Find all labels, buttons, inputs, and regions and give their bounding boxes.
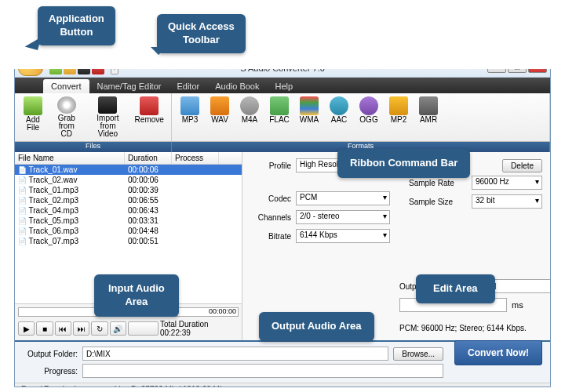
- grab-cd-button[interactable]: Grabfrom CD: [48, 95, 86, 140]
- cd-icon: [57, 96, 76, 114]
- plus-icon: [24, 96, 42, 115]
- file-row[interactable]: Track_02.mp300:06:55: [15, 195, 242, 205]
- channels-select[interactable]: 2/0 - stereo: [296, 210, 390, 224]
- output-audio-area: Output Folder: Browse... Progress: Conve…: [15, 340, 550, 383]
- file-row[interactable]: Track_01.wav00:00:06: [15, 165, 242, 175]
- callout-app-button: ApplicationButton: [38, 6, 115, 45]
- format-wav-button[interactable]: WAV: [205, 95, 235, 140]
- col-process[interactable]: Process: [172, 152, 219, 164]
- callout-quick-access: Quick AccessToolbar: [157, 14, 246, 53]
- tab-strip: Convert Name/Tag Editor Editor Audio Boo…: [15, 78, 550, 93]
- col-filename[interactable]: File Name: [15, 152, 125, 164]
- file-row[interactable]: Track_06.mp300:04:48: [15, 226, 242, 236]
- format-aac-button[interactable]: AAC: [324, 95, 354, 140]
- format-flac-button[interactable]: FLAC: [264, 95, 294, 140]
- ribbon-bar: AddFile Grabfrom CD Importfrom Video Rem…: [15, 93, 550, 142]
- format-ogg-button[interactable]: OGG: [354, 95, 384, 140]
- prev-button[interactable]: ⏮: [55, 321, 71, 336]
- tab-name-tag-editor[interactable]: Name/Tag Editor: [89, 79, 170, 93]
- callout-ribbon: Ribbon Command Bar: [337, 149, 470, 178]
- tab-help[interactable]: Help: [267, 79, 301, 93]
- status-bar: Free / Required space on drive D: 25726 …: [15, 383, 550, 387]
- format-m4a-button[interactable]: M4A: [235, 95, 264, 140]
- callout-input-area: Input AudioArea: [94, 274, 179, 317]
- volume-slider[interactable]: [128, 321, 159, 336]
- convert-now-button[interactable]: Convert Now!: [454, 340, 542, 365]
- progress-bar: [82, 364, 443, 378]
- play-button[interactable]: ▶: [18, 321, 35, 336]
- file-row[interactable]: Track_02.wav00:00:06: [15, 175, 242, 185]
- col-duration[interactable]: Duration: [125, 152, 172, 164]
- mp3-icon: [180, 96, 199, 115]
- add-file-button[interactable]: AddFile: [18, 95, 48, 140]
- flac-icon: [270, 96, 289, 115]
- repeat-button[interactable]: ↻: [91, 321, 108, 336]
- format-wma-button[interactable]: WMA: [294, 95, 324, 140]
- format-mp2-button[interactable]: MP2: [384, 95, 414, 140]
- ogg-icon: [359, 96, 378, 115]
- windows-icon: [300, 96, 319, 115]
- bitrate-select[interactable]: 6144 Kbps: [296, 229, 390, 243]
- delete-profile-button[interactable]: Delete: [502, 159, 542, 172]
- mute-button[interactable]: 🔊: [110, 321, 126, 336]
- file-row[interactable]: Track_04.mp300:06:43: [15, 205, 242, 216]
- file-row[interactable]: Track_01.mp300:00:39: [15, 185, 242, 195]
- callout-edit-area: Edit Area: [416, 274, 495, 303]
- wav-icon: [210, 96, 229, 115]
- minus-icon: [140, 96, 159, 115]
- file-row[interactable]: Track_05.mp300:03:31: [15, 216, 242, 226]
- file-row[interactable]: Track_07.mp300:00:51: [15, 236, 242, 246]
- film-icon: [98, 96, 117, 114]
- pcm-info: PCM: 96000 Hz; Stereo; 6144 Kbps.: [399, 324, 527, 332]
- note-icon: [389, 96, 408, 115]
- tab-editor[interactable]: Editor: [169, 79, 207, 93]
- stop-button[interactable]: ■: [36, 321, 53, 336]
- callout-output-area: Output Audio Area: [259, 312, 374, 341]
- codec-select[interactable]: PCM: [296, 191, 390, 205]
- apple-icon: [240, 96, 259, 115]
- sample-size-select[interactable]: 32 bit: [472, 194, 542, 209]
- tab-convert[interactable]: Convert: [43, 79, 89, 93]
- browse-button[interactable]: Browse...: [393, 347, 443, 361]
- format-mp3-button[interactable]: MP3: [175, 95, 205, 140]
- group-files-label: Files: [15, 142, 172, 152]
- sample-rate-select[interactable]: 96000 Hz: [472, 176, 542, 190]
- import-video-button[interactable]: Importfrom Video: [86, 95, 131, 140]
- remove-button[interactable]: Remove: [130, 95, 168, 140]
- tab-audio-book[interactable]: Audio Book: [207, 79, 267, 93]
- format-amr-button[interactable]: AMR: [414, 95, 443, 140]
- next-button[interactable]: ⏭: [73, 321, 89, 336]
- amr-icon: [419, 96, 438, 115]
- output-folder-input[interactable]: [82, 347, 388, 361]
- aac-icon: [330, 96, 348, 115]
